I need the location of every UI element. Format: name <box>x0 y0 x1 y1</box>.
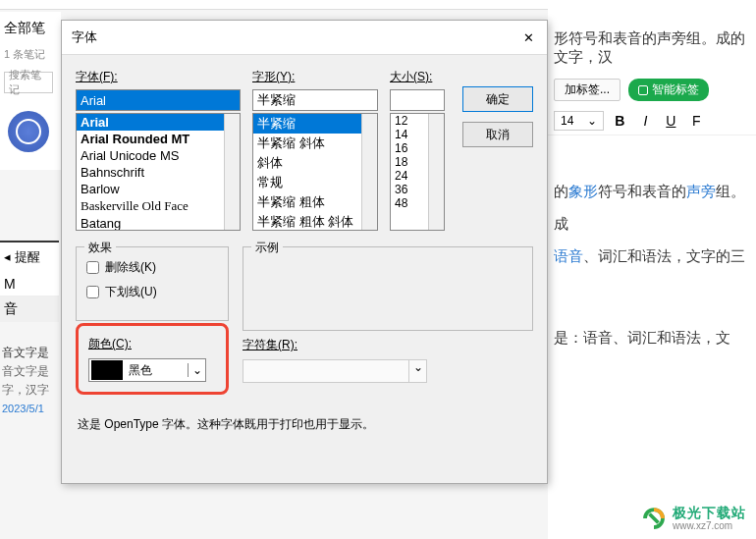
effects-group: 效果 删除线(K) 下划线(U) <box>76 246 229 321</box>
scrollbar[interactable] <box>428 114 444 230</box>
strikethrough-checkbox[interactable]: 删除线(K) <box>86 259 218 276</box>
font-listbox[interactable]: Arial Arial Rounded MT Arial Unicode MS … <box>76 113 241 231</box>
font-size-value: 14 <box>561 114 573 128</box>
close-button[interactable]: ✕ <box>519 28 537 46</box>
effects-label: 效果 <box>84 240 116 256</box>
list-item[interactable]: Arial <box>77 114 240 131</box>
list-item[interactable]: Barlow <box>77 181 240 197</box>
color-label: 颜色(C): <box>88 336 216 352</box>
charset-dropdown[interactable]: ⌄ <box>243 359 427 383</box>
strikethrough-label: 删除线(K) <box>105 259 156 276</box>
list-item[interactable]: Baskerville Old Face <box>77 197 240 215</box>
font-dialog: 字体 ✕ 字体(F): Arial Arial Arial Rounded MT… <box>61 20 548 484</box>
list-item[interactable]: Arial Rounded MT <box>77 131 240 147</box>
smart-tag-label: 智能标签 <box>652 81 699 98</box>
watermark-text: 极光下载站 <box>673 506 746 520</box>
list-item[interactable]: Arial Unicode MS <box>77 147 240 164</box>
lock-icon <box>638 85 648 95</box>
bold-button[interactable]: B <box>612 113 627 129</box>
watermark-logo-icon <box>639 504 669 533</box>
underline-button[interactable]: U <box>663 113 678 129</box>
font-input[interactable]: Arial <box>76 89 241 111</box>
color-highlight-box: 颜色(C): 黑色 ⌄ <box>76 323 229 395</box>
link[interactable]: 声旁 <box>686 183 716 199</box>
list-item[interactable]: 斜体 <box>253 153 377 173</box>
note-preview: 字，汉字 <box>2 381 61 400</box>
sample-label: 示例 <box>251 240 283 256</box>
checkbox[interactable] <box>86 261 99 274</box>
font-label: 字体(F): <box>76 69 241 85</box>
list-item[interactable]: 半紧缩 斜体 <box>253 134 377 153</box>
charset-label: 字符集(R): <box>243 337 533 353</box>
checkbox[interactable] <box>86 286 99 298</box>
dialog-footnote: 这是 OpenType 字体。这种字体既用于打印也用于显示。 <box>76 416 533 433</box>
app-icon <box>8 111 49 152</box>
cancel-button[interactable]: 取消 <box>462 122 533 147</box>
ok-button[interactable]: 确定 <box>462 86 533 112</box>
list-item[interactable]: 半紧缩 粗体 斜体 <box>253 212 377 231</box>
chevron-down-icon: ⌄ <box>587 114 597 128</box>
list-item[interactable]: 常规 <box>253 173 377 192</box>
sample-group: 示例 <box>243 246 533 331</box>
underline-label: 下划线(U) <box>105 284 157 300</box>
smart-tag-button[interactable]: 智能标签 <box>628 79 709 101</box>
link[interactable]: 语音 <box>554 247 583 264</box>
link[interactable]: 象形 <box>568 183 598 199</box>
italic-button[interactable]: I <box>637 113 653 129</box>
watermark: 极光下载站 www.xz7.com <box>639 504 746 533</box>
size-input[interactable] <box>390 89 445 111</box>
list-item[interactable]: M <box>0 272 59 296</box>
list-item[interactable]: Bahnschrift <box>77 164 240 181</box>
chevron-down-icon: ⌄ <box>408 360 426 382</box>
document-body[interactable]: 的象形符号和表音的声旁组。成 语音、词汇和语法，文字的三 是：语音、词汇和语法，… <box>548 135 756 359</box>
notes-title: 全部笔 <box>0 12 61 45</box>
color-swatch <box>91 360 123 380</box>
note-date: 2023/5/1 <box>2 401 61 418</box>
style-input[interactable]: 半紧缩 <box>252 89 378 111</box>
format-button[interactable]: F <box>688 113 704 129</box>
note-preview: 音文字是 <box>2 344 61 362</box>
list-item[interactable]: Batang <box>77 215 240 231</box>
list-item[interactable]: 半紧缩 粗体 <box>253 192 377 212</box>
style-label: 字形(Y): <box>252 69 378 85</box>
add-tag-button[interactable]: 加标签... <box>554 79 621 101</box>
underline-checkbox[interactable]: 下划线(U) <box>86 284 218 300</box>
size-label: 大小(S): <box>390 69 445 85</box>
list-item[interactable]: 音 <box>0 296 59 322</box>
color-value: 黑色 <box>125 362 188 379</box>
dialog-title: 字体 <box>72 28 97 46</box>
style-listbox[interactable]: 半紧缩 半紧缩 斜体 斜体 常规 半紧缩 粗体 半紧缩 粗体 斜体 粗体 <box>252 113 378 231</box>
document-title-fragment: 形符号和表音的声旁组。成的文字，汉 <box>548 0 756 73</box>
watermark-url: www.xz7.com <box>673 520 746 531</box>
color-dropdown[interactable]: 黑色 ⌄ <box>88 358 206 382</box>
reminders-header[interactable]: ◂ 提醒 <box>0 241 59 272</box>
font-size-selector[interactable]: 14 ⌄ <box>554 111 604 131</box>
scrollbar[interactable] <box>224 114 240 230</box>
scrollbar[interactable] <box>361 114 377 230</box>
size-listbox[interactable]: 12 14 16 18 24 36 48 <box>390 113 445 231</box>
list-item[interactable]: 半紧缩 <box>253 114 377 134</box>
chevron-down-icon: ⌄ <box>188 363 205 377</box>
note-preview: 音文字是 <box>2 362 61 381</box>
search-input[interactable]: 搜索笔记 <box>4 72 53 93</box>
notes-count: 1 条笔记 <box>0 45 61 64</box>
